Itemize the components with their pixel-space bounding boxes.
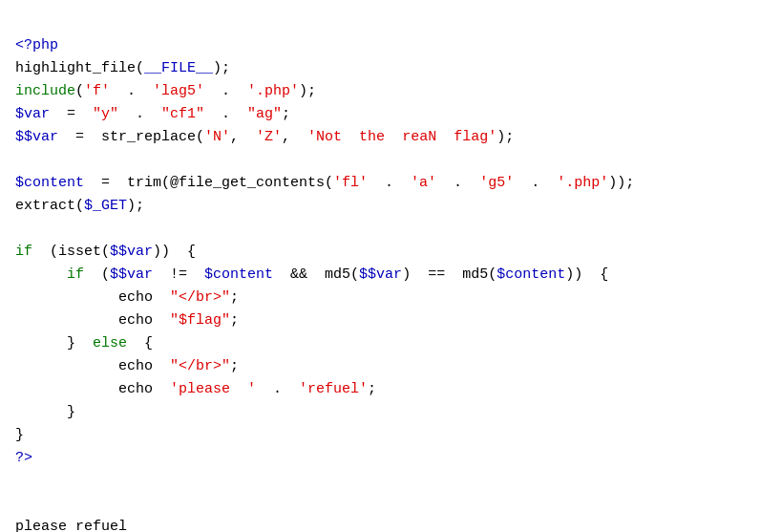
line-content: $content <box>15 175 84 191</box>
line-echo-please: 'please ' <box>170 381 256 397</box>
line-highlight: highlight_file(__FILE__); <box>15 60 230 76</box>
output-section: please refuel <box>15 516 767 532</box>
line-include: include <box>15 83 75 99</box>
code-container: <?php highlight_file(__FILE__); include(… <box>15 11 767 532</box>
php-close-tag: ?> <box>15 450 32 466</box>
output-text: please refuel <box>15 516 767 532</box>
line-else: else <box>93 335 127 351</box>
line-if-inner: if <box>67 266 84 283</box>
line-ssvar: $$var <box>15 129 58 145</box>
line-extract: extract( <box>15 198 84 214</box>
line-if-isset: if <box>15 244 32 260</box>
php-open-tag: <?php <box>15 37 58 53</box>
line-echo-br1: "</br>" <box>170 289 230 306</box>
code-display: <?php highlight_file(__FILE__); include(… <box>15 11 767 493</box>
line-echo-flag: "$flag" <box>170 312 230 329</box>
line-echo-br2: "</br>" <box>170 358 230 374</box>
line-var: $var <box>15 106 50 122</box>
